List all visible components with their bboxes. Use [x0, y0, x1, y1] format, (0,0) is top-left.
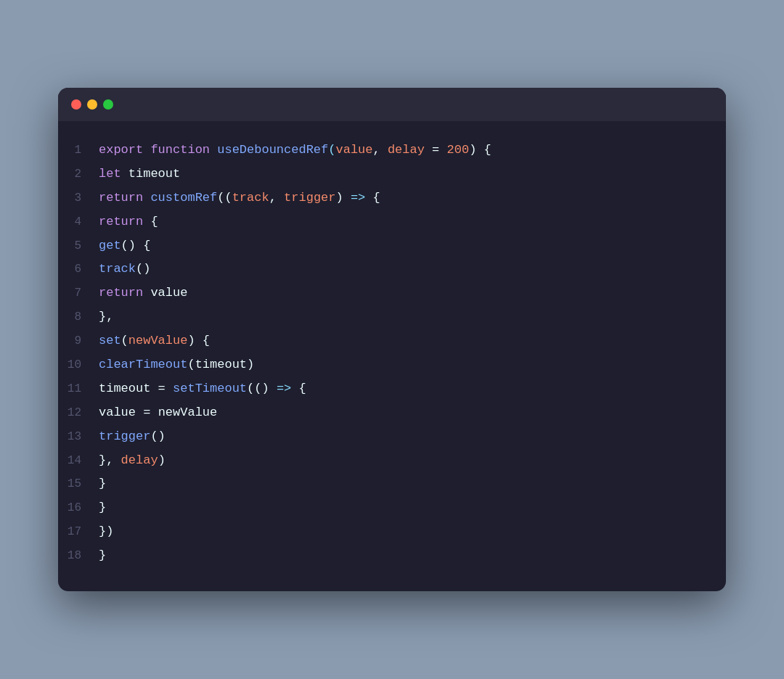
- token-plain: ((: [217, 191, 232, 205]
- code-line: 7 return value: [58, 281, 726, 305]
- line-code: get() {: [99, 236, 726, 257]
- token-plain: (): [150, 429, 165, 443]
- line-number: 3: [58, 189, 99, 208]
- token-plain: ): [158, 453, 166, 467]
- token-plain: value =: [99, 406, 158, 419]
- token-timeout-var: timeout: [99, 382, 150, 395]
- code-line: 5 get() {: [58, 234, 726, 258]
- code-line: 3 return customRef((track, trigger) => {: [58, 186, 726, 210]
- code-window: 1export function useDebouncedRef(value, …: [58, 88, 726, 591]
- code-line: 14 }, delay): [58, 449, 726, 473]
- line-code: return customRef((track, trigger) => {: [99, 188, 726, 209]
- token-kw-let: let: [99, 167, 128, 181]
- token-plain: }: [99, 477, 106, 490]
- token-plain: }: [99, 501, 106, 514]
- token-plain: (: [121, 334, 128, 347]
- token-param: value: [335, 143, 372, 157]
- line-code: export function useDebouncedRef(value, d…: [99, 140, 726, 161]
- token-arrow: =>: [351, 191, 365, 205]
- token-kw-return: return: [99, 215, 150, 229]
- line-code: }): [99, 522, 726, 543]
- code-line: 15 }: [58, 472, 726, 496]
- code-line: 4 return {: [58, 210, 726, 234]
- token-plain: ): [336, 191, 351, 205]
- line-number: 10: [58, 355, 99, 375]
- line-code: value = newValue: [99, 403, 726, 424]
- code-line: 9 set(newValue) {: [58, 329, 726, 353]
- token-plain: {: [365, 191, 380, 205]
- line-code: }: [99, 498, 726, 519]
- token-punct: (: [328, 143, 335, 157]
- code-line: 13 trigger(): [58, 425, 726, 449]
- token-param: newValue: [128, 334, 188, 347]
- line-number: 6: [58, 260, 99, 279]
- line-number: 12: [58, 403, 99, 423]
- token-plain: newValue: [158, 406, 218, 419]
- line-code: let timeout: [99, 164, 726, 185]
- token-fn-name: useDebouncedRef: [217, 143, 328, 157]
- code-line: 12 value = newValue: [58, 401, 726, 425]
- line-number: 16: [58, 498, 99, 518]
- line-number: 14: [58, 451, 99, 471]
- code-line: 16 }: [58, 496, 726, 520]
- code-line: 10 clearTimeout(timeout): [58, 353, 726, 377]
- line-number: 1: [58, 141, 99, 160]
- token-param: trigger: [284, 191, 335, 205]
- line-number: 5: [58, 236, 99, 256]
- token-plain: () {: [121, 239, 151, 252]
- line-code: return {: [99, 212, 726, 233]
- code-line: 11 timeout = setTimeout(() => {: [58, 377, 726, 401]
- line-code: },: [99, 307, 726, 328]
- line-code: set(newValue) {: [99, 331, 726, 352]
- token-kw-function: function: [150, 143, 217, 157]
- token-fn-call: customRef: [150, 191, 217, 205]
- minimize-button[interactable]: [87, 99, 97, 110]
- code-line: 8 },: [58, 305, 726, 329]
- line-number: 4: [58, 213, 99, 232]
- token-plain: (): [136, 262, 150, 276]
- token-plain: },: [99, 310, 113, 324]
- maximize-button[interactable]: [103, 99, 113, 110]
- token-plain: {: [150, 215, 158, 229]
- line-number: 18: [58, 546, 99, 566]
- titlebar: [58, 88, 726, 121]
- code-line: 18}: [58, 544, 726, 568]
- line-code: track(): [99, 259, 726, 280]
- line-code: }, delay): [99, 450, 726, 472]
- token-fn-call: clearTimeout: [99, 358, 187, 371]
- line-number: 2: [58, 165, 99, 184]
- token-number: 200: [447, 143, 470, 157]
- token-plain: (: [187, 358, 195, 371]
- token-param: delay: [121, 453, 158, 467]
- token-kw-return: return: [99, 191, 150, 205]
- token-plain: =: [150, 382, 173, 395]
- close-button[interactable]: [71, 99, 81, 110]
- line-number: 15: [58, 474, 99, 494]
- token-plain: =: [425, 143, 447, 157]
- line-code: }: [99, 546, 726, 567]
- token-plain: {: [291, 382, 306, 395]
- line-number: 9: [58, 332, 99, 351]
- token-plain: }: [99, 548, 106, 562]
- token-timeout-var: timeout: [128, 167, 180, 181]
- token-arrow: =>: [277, 382, 291, 395]
- line-number: 13: [58, 427, 99, 447]
- token-plain: value: [150, 286, 187, 300]
- token-plain: }): [99, 524, 113, 538]
- token-fn-call: trigger: [99, 429, 150, 443]
- line-code: clearTimeout(timeout): [99, 355, 726, 376]
- token-plain: },: [99, 453, 121, 467]
- code-editor: 1export function useDebouncedRef(value, …: [58, 121, 726, 591]
- line-number: 7: [58, 284, 99, 303]
- token-plain: ,: [373, 143, 388, 157]
- token-kw-export: export: [99, 143, 150, 157]
- token-plain: ((): [247, 382, 277, 395]
- code-line: 6 track(): [58, 258, 726, 281]
- token-fn-call: track: [99, 262, 136, 276]
- token-fn-call: setTimeout: [173, 382, 247, 395]
- line-number: 8: [58, 308, 99, 327]
- token-fn-name: set: [99, 334, 121, 347]
- line-number: 11: [58, 379, 99, 399]
- token-fn-name: get: [99, 239, 121, 252]
- line-code: return value: [99, 283, 726, 304]
